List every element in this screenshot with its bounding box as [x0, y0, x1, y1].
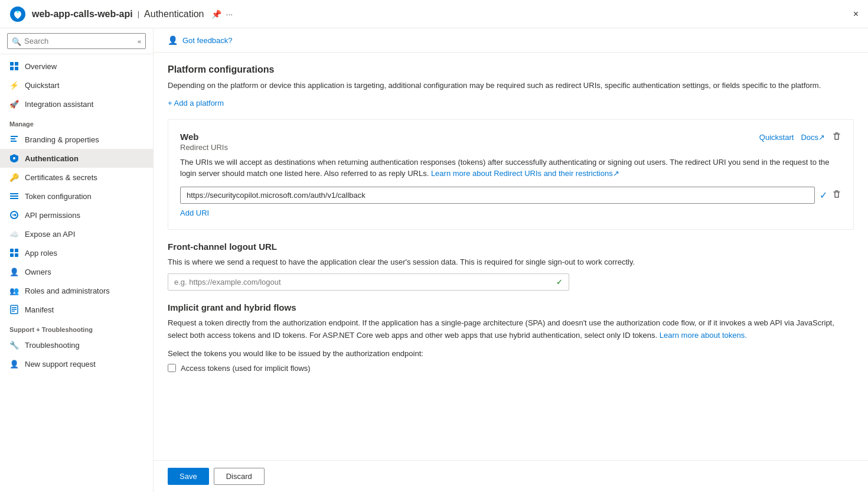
main-header: 👤 Got feedback?: [154, 28, 868, 53]
key-icon: 🔑: [9, 172, 19, 182]
shield-icon: [9, 154, 19, 163]
sidebar-item-label-owners: Owners: [25, 268, 51, 276]
topbar: web-app-calls-web-api | Authentication 📌…: [0, 0, 868, 28]
svg-rect-14: [10, 249, 14, 252]
web-card-header: Web Redirect URIs Quickstart Docs↗: [180, 132, 841, 152]
sidebar-item-label-roles: Roles and administrators: [25, 286, 110, 295]
people-icon: 👤: [9, 267, 19, 276]
svg-point-1: [17, 11, 19, 13]
sidebar-item-overview[interactable]: Overview: [0, 57, 153, 76]
sidebar-item-label-overview: Overview: [25, 62, 57, 71]
support-section-label: Support + Troubleshooting: [0, 319, 153, 335]
svg-rect-10: [10, 193, 18, 194]
cloud-icon: ☁️: [9, 229, 19, 239]
svg-rect-4: [10, 67, 14, 70]
learn-more-tokens-link[interactable]: Learn more about tokens.: [660, 331, 747, 340]
platform-section-title: Platform configurations: [168, 64, 854, 75]
svg-rect-2: [10, 62, 14, 66]
grid-icon: [9, 61, 19, 71]
sidebar-item-branding[interactable]: Branding & properties: [0, 130, 153, 149]
sidebar-item-label-api: API permissions: [25, 211, 80, 220]
sidebar-nav: Overview ⚡ Quickstart 🚀 Integration assi…: [0, 54, 153, 492]
sidebar-item-label-certificates: Certificates & secrets: [25, 173, 97, 182]
svg-rect-11: [10, 196, 18, 197]
svg-rect-17: [15, 253, 18, 257]
web-docs-link[interactable]: Docs↗: [801, 133, 825, 142]
svg-rect-20: [12, 309, 17, 310]
svg-point-9: [13, 157, 15, 159]
lightning-icon: ⚡: [9, 80, 19, 90]
page-title: Authentication: [144, 9, 204, 19]
app-logo: [9, 6, 26, 22]
sidebar-item-label-support: New support request: [25, 360, 96, 369]
uri-delete-button[interactable]: [832, 190, 841, 201]
web-card-actions: Quickstart Docs↗: [759, 132, 841, 143]
svg-rect-21: [12, 311, 15, 312]
sidebar-item-app-roles[interactable]: App roles: [0, 243, 153, 262]
sidebar-item-label-quickstart: Quickstart: [25, 81, 60, 90]
web-delete-button[interactable]: [832, 132, 841, 143]
sidebar-item-token-config[interactable]: Token configuration: [0, 187, 153, 206]
bars-icon: [9, 191, 19, 201]
rocket-icon: 🚀: [9, 99, 19, 109]
save-button[interactable]: Save: [168, 468, 209, 485]
sidebar-item-troubleshooting[interactable]: 🔧 Troubleshooting: [0, 335, 153, 354]
title-separator: |: [138, 9, 139, 18]
sidebar-item-owners[interactable]: 👤 Owners: [0, 262, 153, 281]
logout-desc: This is where we send a request to have …: [168, 256, 854, 268]
select-tokens-label: Select the tokens you would like to be i…: [168, 349, 854, 358]
sidebar-item-new-support[interactable]: 👤 New support request: [0, 354, 153, 373]
more-button[interactable]: ···: [226, 9, 233, 19]
sidebar-item-quickstart[interactable]: ⚡ Quickstart: [0, 76, 153, 95]
main-content: Platform configurations Depending on the…: [154, 53, 868, 460]
logout-section: Front-channel logout URL This is where w…: [168, 242, 854, 291]
discard-button[interactable]: Discard: [214, 468, 265, 485]
redirect-uri-learn-more-link[interactable]: Learn more about Redirect URIs and their…: [431, 169, 619, 178]
add-platform-label: + Add a platform: [168, 99, 224, 107]
manage-section-label: Manage: [0, 113, 153, 130]
implicit-section: Implicit grant and hybrid flows Request …: [168, 302, 854, 373]
sidebar-item-label-troubleshooting: Troubleshooting: [25, 341, 80, 350]
uri-row: ✓: [180, 187, 841, 204]
platform-section-desc: Depending on the platform or device this…: [168, 80, 854, 92]
access-tokens-label: Access tokens (used for implicit flows): [181, 364, 311, 373]
paint-icon: [9, 135, 19, 144]
sidebar-item-api-permissions[interactable]: API permissions: [0, 206, 153, 224]
sidebar-item-authentication[interactable]: Authentication: [0, 149, 153, 168]
feedback-label[interactable]: Got feedback?: [182, 36, 233, 45]
person-help-icon: 👤: [9, 359, 19, 369]
sidebar-item-label-integration: Integration assistant: [25, 100, 93, 109]
web-card-title: Web: [180, 132, 228, 142]
close-button[interactable]: ×: [853, 9, 859, 19]
sidebar-item-certificates[interactable]: 🔑 Certificates & secrets: [0, 168, 153, 187]
sidebar-item-label-branding: Branding & properties: [25, 135, 99, 144]
sidebar-item-label-authentication: Authentication: [25, 154, 79, 163]
platform-section: Platform configurations Depending on the…: [168, 64, 854, 107]
uri-input[interactable]: [180, 187, 815, 204]
logout-input-wrapper: ✓: [168, 273, 569, 291]
collapse-sidebar-button[interactable]: «: [138, 38, 141, 45]
logout-url-input[interactable]: [168, 274, 550, 290]
search-input[interactable]: [7, 33, 146, 49]
sidebar-item-manifest[interactable]: Manifest: [0, 300, 153, 319]
access-tokens-checkbox[interactable]: [168, 364, 176, 372]
grid2-icon: [9, 248, 19, 258]
implicit-title: Implicit grant and hybrid flows: [168, 302, 854, 312]
add-uri-link[interactable]: Add URI: [180, 208, 841, 217]
search-icon: 🔍: [12, 37, 21, 45]
sidebar-item-expose-api[interactable]: ☁️ Expose an API: [0, 224, 153, 243]
svg-rect-8: [11, 141, 17, 142]
sidebar-item-integration-assistant[interactable]: 🚀 Integration assistant: [0, 95, 153, 113]
svg-rect-6: [11, 136, 18, 137]
api-icon: [9, 210, 19, 220]
web-quickstart-link[interactable]: Quickstart: [759, 133, 794, 142]
web-card-desc: The URIs we will accept as destinations …: [180, 157, 841, 180]
sidebar-item-roles-admins[interactable]: 👥 Roles and administrators: [0, 281, 153, 300]
svg-rect-15: [15, 249, 18, 252]
svg-rect-5: [15, 67, 18, 70]
implicit-desc: Request a token directly from the author…: [168, 317, 854, 342]
feedback-icon: 👤: [168, 35, 178, 45]
add-platform-button[interactable]: + Add a platform: [168, 99, 854, 107]
pin-button[interactable]: 📌: [211, 9, 221, 19]
svg-rect-3: [15, 62, 18, 66]
